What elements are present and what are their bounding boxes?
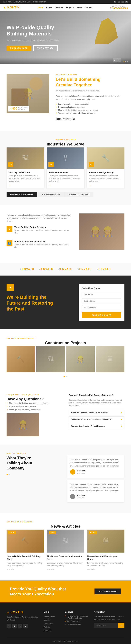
worker-badge: 4,800 Happy Clients worldwide xyxy=(8,106,29,112)
hero-prev-arrow[interactable]: ‹ xyxy=(113,58,117,62)
industry-link-1[interactable]: → xyxy=(9,184,10,186)
strategy-right: 👷👷 xyxy=(79,214,125,250)
tab-leading-industry[interactable]: Leading Industry xyxy=(37,192,64,197)
quote-form-title: Get a Free Quote xyxy=(82,287,121,290)
newsletter-input[interactable] xyxy=(94,623,118,628)
faq-label: FREQUENTLY ASKED QUESTIONS xyxy=(6,394,62,396)
construction-icon: 🏗 xyxy=(22,154,29,162)
newsletter-form: → xyxy=(94,623,125,628)
footer-google-btn[interactable]: g xyxy=(18,624,22,628)
footer-linkedin-btn[interactable]: in xyxy=(23,624,28,628)
nav-contact[interactable]: Contact xyxy=(85,6,92,8)
hero-dot-2[interactable] xyxy=(125,61,126,62)
google-plus-icon[interactable]: G xyxy=(122,1,124,3)
faq-right-title: Company Provide a Full Range of Services… xyxy=(69,394,125,396)
newsletter-submit-button[interactable]: → xyxy=(118,623,125,628)
nav-projects[interactable]: Projects xyxy=(66,6,74,8)
footer-link-2: About Us xyxy=(44,619,60,621)
strategy-text-1: We're Building Better Products We unders… xyxy=(14,226,72,238)
industry-link-3[interactable]: → xyxy=(89,184,91,186)
test-dot-1[interactable] xyxy=(6,474,8,475)
view-services-button[interactable]: VIEW SERVICES xyxy=(33,45,58,51)
nav-pages[interactable]: Pages xyxy=(46,6,52,8)
badge-sub: worldwide xyxy=(18,108,27,110)
partners-section: #envato #envato #envato #envato #envato xyxy=(0,263,131,276)
welcome-checklist: Lorem ipsum is not simply random text If… xyxy=(56,103,125,114)
accordion-header-2[interactable]: Taking Questions Key Performance Indicat… xyxy=(69,416,124,422)
topbar-email[interactable]: hello@kontin.com xyxy=(33,1,46,3)
test-author-info-2: Read more construction xyxy=(77,494,86,499)
test-avatar-2 xyxy=(70,494,75,499)
strategy-item-2: 👥 Effective Industrial Team Work We unde… xyxy=(6,240,72,252)
footer-contact-phone: 📞 72-666-888-9999 xyxy=(65,624,89,625)
nav-news[interactable]: News xyxy=(77,6,82,8)
industry-badge-2: ⚙ xyxy=(48,162,54,167)
industries-title: Industries We Serve xyxy=(6,142,125,146)
proj-dot-2[interactable] xyxy=(66,376,67,377)
cta-title: Provide You Quality Work that Meets Your… xyxy=(10,586,66,596)
hero-dot-3[interactable] xyxy=(127,61,128,62)
quote-left: ▲ We're Building the Future and Restorin… xyxy=(6,284,72,314)
discover-more-button[interactable]: DISCOVER MORE xyxy=(6,46,31,51)
accordion-header-3[interactable]: Working Construction Project Program ∨ xyxy=(69,423,124,429)
partner-5: #envato xyxy=(97,268,111,270)
accordion-chevron-1: ∨ xyxy=(121,412,122,414)
footer-link-4: Projects xyxy=(44,626,60,628)
accordion-header-1[interactable]: Home Improvement Works are Expensive? ∨ xyxy=(69,410,124,415)
hero-arrows: ‹ › xyxy=(113,58,121,62)
project-icon-2: 🏗 xyxy=(36,346,65,372)
industry-desc-3: Lorem ipsum dolor sit amet consectetur a… xyxy=(89,174,122,182)
testimonial-author-1: Read more construction xyxy=(70,469,122,475)
name-input[interactable] xyxy=(82,292,121,297)
hero-dot-1[interactable] xyxy=(124,61,125,62)
project-img-3: 👷 xyxy=(66,346,95,372)
industry-link-2[interactable]: → xyxy=(49,184,51,186)
welcome-title: Let's Build Something Creative Together xyxy=(56,77,125,88)
phone-input[interactable] xyxy=(82,305,121,310)
faq-title: Have Any Questions? xyxy=(6,397,62,401)
footer-contact-title: Contact xyxy=(65,611,89,613)
twitter-icon[interactable]: T xyxy=(114,1,116,3)
linkedin-icon[interactable]: in xyxy=(126,1,128,3)
testimonials-row: What They're Talking About Company I was… xyxy=(6,455,125,504)
footer-twitter-btn[interactable]: t xyxy=(12,624,17,628)
hero-next-arrow[interactable]: › xyxy=(117,58,121,62)
consult-quote-button[interactable]: CONSULT A QUOTE xyxy=(82,312,121,318)
proj-dot-1[interactable] xyxy=(64,376,65,377)
testimonial-text-1: I was very impressed by the company serv… xyxy=(70,458,122,468)
project-img-2: 🏗 xyxy=(36,346,65,372)
test-dot-2[interactable] xyxy=(8,474,10,475)
test-role-1: construction xyxy=(77,472,86,474)
footer-social: f t g in xyxy=(6,624,39,628)
logo: ▲ KONTIN xyxy=(3,6,20,9)
welcome-description: There are many variations of passages of… xyxy=(56,94,125,101)
phone-label: FREE SUPPORT 24/7 xyxy=(110,5,128,7)
quote-title: We're Building the Future and Restoring … xyxy=(6,294,72,312)
footer-facebook-btn[interactable]: f xyxy=(6,624,11,628)
tab-powerful-strategy[interactable]: Powerfull Strategy xyxy=(6,192,37,197)
footer-links-list: Getting Started About Us Construction Pr… xyxy=(44,616,60,632)
facebook-icon[interactable]: F xyxy=(118,1,120,3)
faq-right-desc: Supplemental details text on the accordi… xyxy=(69,399,125,407)
nav-services[interactable]: Services xyxy=(55,6,63,8)
hero-section: We Provide Quality Building Materials We… xyxy=(0,11,131,64)
welcome-section: 👷 4,800 Happy Clients worldwide WELCOME … xyxy=(0,64,131,131)
nav-links: Home Pages Services Projects News Contac… xyxy=(38,6,92,8)
nav-home[interactable]: Home xyxy=(38,6,43,8)
news-img-1: JAN 23 🔨 xyxy=(6,530,44,552)
email-input[interactable] xyxy=(82,298,121,304)
cta-discover-button[interactable]: DISCOVER MORE xyxy=(95,588,121,594)
test-role-2: construction xyxy=(77,497,86,499)
footer-newsletter-desc: Subscribe to our newsletter for news and… xyxy=(94,616,125,621)
news-desc-2: Lorem ipsum is simply dummy text of the … xyxy=(47,562,84,567)
tab-industry-solutions[interactable]: Industry Solutions xyxy=(64,192,93,197)
phone-field-wrapper xyxy=(82,305,121,310)
industries-section: INDUSTRY WE SERVE Industries We Serve 🏗 … xyxy=(0,131,131,205)
industry-title-2: Petroleum and Gas xyxy=(49,171,82,174)
footer-link-3: Construction xyxy=(44,622,60,625)
topbar-address: 23 Something Street, New York, USA xyxy=(3,1,30,3)
news-body-2: The Dream Construction Innovation News L… xyxy=(47,552,84,572)
footer-newsletter-title: Newsletter xyxy=(94,611,125,613)
news-desc-3: Lorem ipsum is simply dummy text of the … xyxy=(87,562,125,567)
footer-links-title: Links xyxy=(44,611,60,613)
